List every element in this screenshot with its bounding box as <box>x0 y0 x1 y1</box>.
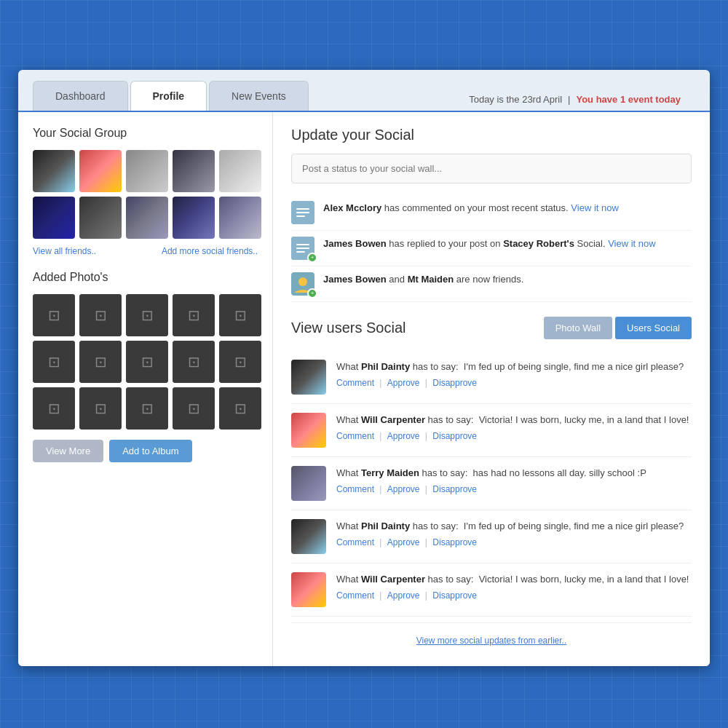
add-social-friends-link[interactable]: Add more social friends.. <box>162 246 258 256</box>
post-content: What Phil Dainty has to say: I'm fed up … <box>336 519 692 548</box>
photo-thumb[interactable] <box>33 341 75 383</box>
svg-rect-6 <box>296 248 309 249</box>
disapprove-link[interactable]: Disapprove <box>432 431 477 441</box>
social-post: What Phil Dainty has to say: I'm fed up … <box>291 510 692 563</box>
photo-thumb[interactable] <box>79 341 122 383</box>
photo-thumb[interactable] <box>219 387 261 430</box>
activity-text-2: James Bowen has replied to your post on … <box>323 237 656 251</box>
disapprove-link[interactable]: Disapprove <box>432 537 477 547</box>
update-social-title: Update your Social <box>291 127 692 143</box>
photo-thumb[interactable] <box>173 387 215 430</box>
photo-thumb[interactable] <box>173 341 215 383</box>
social-view-header: View users Social Photo Wall Users Socia… <box>291 317 692 339</box>
friend-thumb[interactable] <box>79 197 122 239</box>
view-more-button[interactable]: View More <box>33 440 103 462</box>
comment-link[interactable]: Comment <box>336 378 374 388</box>
activity-badge-3: + <box>307 288 317 298</box>
content-area: Your Social Group View all friends.. Add… <box>18 111 710 666</box>
comment-link[interactable]: Comment <box>336 590 374 601</box>
svg-rect-1 <box>296 208 309 210</box>
view-more-social-link[interactable]: View more social updates from earlier.. <box>416 636 567 646</box>
friend-thumb[interactable] <box>126 197 168 239</box>
post-avatar[interactable] <box>291 519 326 554</box>
friend-thumb[interactable] <box>219 150 261 192</box>
view-more-link-section: View more social updates from earlier.. <box>291 622 692 652</box>
activity-link-1[interactable]: View it now <box>571 202 619 213</box>
photo-thumb[interactable] <box>126 294 168 336</box>
post-text: What Phil Dainty has to say: I'm fed up … <box>336 519 692 534</box>
svg-rect-2 <box>296 212 309 213</box>
tab-new-events[interactable]: New Events <box>209 81 309 111</box>
approve-link[interactable]: Approve <box>387 590 420 601</box>
left-panel: Your Social Group View all friends.. Add… <box>18 112 273 666</box>
disapprove-link[interactable]: Disapprove <box>432 378 477 388</box>
post-content: What Will Carpenter has to say: Victoria… <box>336 572 692 601</box>
activity-link-2[interactable]: View it now <box>608 238 656 249</box>
post-user: Will Carpenter <box>361 574 425 585</box>
right-panel: Update your Social Alex Mcclory <box>273 112 710 666</box>
friend-thumb[interactable] <box>33 150 75 192</box>
post-avatar[interactable] <box>291 466 326 501</box>
photo-wall-button[interactable]: Photo Wall <box>544 317 612 339</box>
photo-thumb[interactable] <box>126 341 168 383</box>
friend-thumb[interactable] <box>173 197 215 239</box>
approve-link[interactable]: Approve <box>387 484 420 494</box>
post-user: Phil Dainty <box>361 521 410 531</box>
approve-link[interactable]: Approve <box>387 537 420 547</box>
header-meta: Today is the 23rd April | You have 1 eve… <box>454 85 695 111</box>
comment-link[interactable]: Comment <box>336 537 374 547</box>
photo-actions: View More Add to Album <box>33 440 258 462</box>
photo-thumb[interactable] <box>79 387 122 430</box>
post-text: What Will Carpenter has to say: Victoria… <box>336 572 692 587</box>
post-actions: Comment | Approve | Disapprove <box>336 484 692 494</box>
post-avatar[interactable] <box>291 413 326 448</box>
disapprove-link[interactable]: Disapprove <box>432 590 477 601</box>
tab-dashboard[interactable]: Dashboard <box>33 81 128 111</box>
comment-link[interactable]: Comment <box>336 484 374 494</box>
post-actions: Comment | Approve | Disapprove <box>336 378 692 388</box>
post-actions: Comment | Approve | Disapprove <box>336 431 692 441</box>
photo-thumb[interactable] <box>219 341 261 383</box>
comment-link[interactable]: Comment <box>336 431 374 441</box>
photo-thumb[interactable] <box>173 294 215 336</box>
social-post: What Phil Dainty has to say: I'm fed up … <box>291 351 692 404</box>
approve-link[interactable]: Approve <box>387 378 420 388</box>
activity-user-3b: Mt Maiden <box>408 274 454 285</box>
post-text: What Will Carpenter has to say: Victoria… <box>336 413 692 427</box>
photo-thumb[interactable] <box>33 294 75 336</box>
social-group-title: Your Social Group <box>33 127 258 140</box>
friend-thumb[interactable] <box>126 150 168 192</box>
activity-user-3a: James Bowen <box>323 274 387 285</box>
photo-thumb[interactable] <box>219 294 261 336</box>
tabs-bar: Dashboard Profile New Events Today is th… <box>18 70 710 111</box>
friend-thumb[interactable] <box>173 150 215 192</box>
svg-rect-3 <box>296 215 305 217</box>
photos-title: Added Photo's <box>33 271 258 284</box>
activity-item: Alex Mcclory has commented on your most … <box>291 195 692 231</box>
view-all-friends-link[interactable]: View all friends.. <box>33 246 96 256</box>
photo-thumb[interactable] <box>126 387 168 430</box>
post-user: Phil Dainty <box>361 361 410 372</box>
photo-thumb[interactable] <box>79 294 122 336</box>
status-input[interactable] <box>291 154 692 183</box>
svg-point-8 <box>298 277 307 286</box>
approve-link[interactable]: Approve <box>387 431 420 441</box>
users-social-button[interactable]: Users Social <box>615 317 692 339</box>
add-to-album-button[interactable]: Add to Album <box>109 440 191 462</box>
friend-thumb[interactable] <box>219 197 261 239</box>
post-avatar[interactable] <box>291 572 326 607</box>
social-posts: What Phil Dainty has to say: I'm fed up … <box>291 351 692 617</box>
friend-thumb[interactable] <box>79 150 122 192</box>
post-content: What Phil Dainty has to say: I'm fed up … <box>336 360 692 389</box>
post-user: Will Carpenter <box>361 414 425 425</box>
activity-feed: Alex Mcclory has commented on your most … <box>291 195 692 302</box>
friend-thumb[interactable] <box>33 197 75 239</box>
post-avatar[interactable] <box>291 360 326 395</box>
svg-rect-7 <box>296 251 305 253</box>
post-text: What Terry Maiden has to say: has had no… <box>336 466 692 480</box>
photo-thumb[interactable] <box>33 387 75 430</box>
post-user: Terry Maiden <box>361 467 419 478</box>
disapprove-link[interactable]: Disapprove <box>432 484 477 494</box>
tab-profile[interactable]: Profile <box>130 81 207 111</box>
post-content: What Terry Maiden has to say: has had no… <box>336 466 692 495</box>
